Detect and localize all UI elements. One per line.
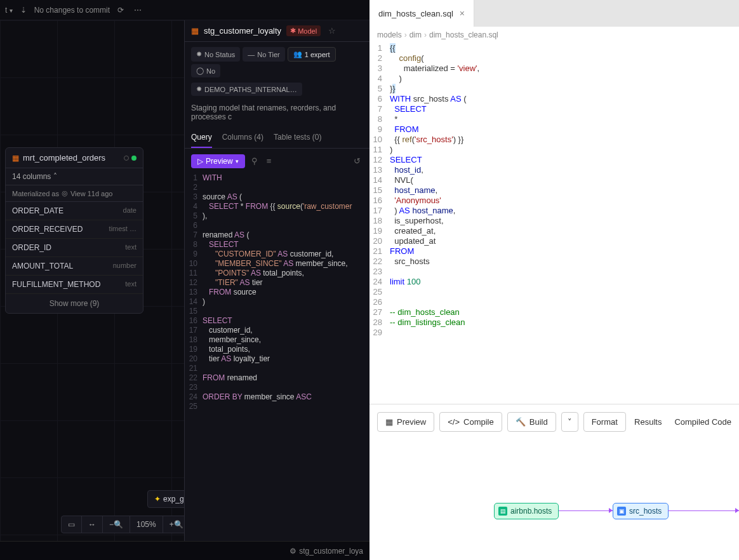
columns-toggle[interactable]: 14 columns ˄ — [6, 168, 143, 185]
materialized-info: Materialized as ◎ View 11d ago — [6, 185, 143, 202]
status-bar: ⚙stg_customer_loya — [0, 541, 370, 560]
breadcrumb-item[interactable]: dim_hosts_clean.sql — [429, 30, 498, 39]
chip-no[interactable]: ◯ No — [191, 64, 220, 77]
table-icon: ▦ — [385, 417, 393, 427]
preview-button[interactable]: ▷ Preview ▾ — [191, 154, 245, 168]
right-pane: dim_hosts_clean.sql × models›dim›dim_hos… — [370, 0, 739, 560]
zoom-controls: ▭ ↔ −🔍 105% +🔍 — [61, 516, 190, 533]
source-icon: ▤ — [498, 507, 507, 516]
chevron-down-icon[interactable]: ▾ — [236, 158, 239, 164]
show-more-button[interactable]: Show more (9) — [6, 294, 143, 313]
star-icon[interactable]: ☆ — [328, 26, 336, 36]
detail-title: stg_customer_loyalty — [204, 26, 281, 36]
compile-button[interactable]: </>Compile — [439, 412, 502, 432]
lineage-node-src-hosts[interactable]: ▣src_hosts — [613, 503, 669, 519]
tab-dim-hosts-clean[interactable]: dim_hosts_clean.sql × — [370, 0, 474, 27]
pull-icon[interactable]: ⇣ — [20, 6, 27, 15]
gear-icon[interactable]: ⚙ — [290, 547, 296, 556]
column-row[interactable]: ORDER_DATEdate — [6, 202, 143, 220]
action-bar: ▦Preview </>Compile 🔨Build ˅ Format Resu… — [370, 404, 739, 439]
format-icon[interactable]: ≡ — [264, 154, 274, 168]
editor-tab-bar: dim_hosts_clean.sql × — [370, 0, 739, 27]
status-dot-outline — [124, 156, 129, 161]
chip-expert[interactable]: 👥 1 expert — [288, 47, 336, 62]
build-dropdown[interactable]: ˅ — [561, 412, 578, 432]
build-button[interactable]: 🔨Build — [507, 412, 556, 432]
lineage-edge — [559, 510, 613, 511]
lineage-edge — [668, 510, 739, 511]
detail-panel: ▦ stg_customer_loyalty ✱Model ☆ ✸ No Sta… — [184, 20, 370, 541]
lineage-panel[interactable]: ▤airbnb.hosts ▣src_hosts — [370, 439, 739, 560]
breadcrumb: models›dim›dim_hosts_clean.sql — [370, 27, 739, 43]
tab-compiled-code[interactable]: Compiled Code — [674, 417, 731, 427]
tab-query[interactable]: Query — [191, 128, 212, 148]
tab-tests[interactable]: Table tests (0) — [274, 128, 321, 148]
code-icon: </> — [448, 417, 460, 427]
preview-button[interactable]: ▦Preview — [377, 412, 434, 432]
history-icon[interactable]: ↺ — [351, 154, 363, 168]
lineage-node-airbnb-hosts[interactable]: ▤airbnb.hosts — [494, 503, 559, 519]
breadcrumb-item[interactable]: models — [377, 30, 402, 39]
model-icon: ▣ — [617, 507, 626, 516]
jinja-icon: ✱ — [290, 27, 296, 35]
close-icon[interactable]: × — [460, 8, 465, 18]
column-row[interactable]: ORDER_IDtext — [6, 239, 143, 257]
breadcrumb-item[interactable]: dim — [409, 30, 422, 39]
zoom-out-icon[interactable]: −🔍 — [103, 516, 130, 533]
column-row[interactable]: FULFILLMENT_METHODtext — [6, 276, 143, 294]
node-name: mrt_completed_orders — [23, 153, 105, 163]
left-pane: t ▾ ⇣ No changes to commit ⟳ ⋯ ▦ mrt_com… — [0, 0, 370, 560]
hammer-icon: 🔨 — [516, 417, 526, 427]
chevron-down-icon: ˅ — [568, 417, 572, 427]
more-icon[interactable]: ⋯ — [134, 6, 143, 15]
column-row[interactable]: AMOUNT_TOTALnumber — [6, 257, 143, 276]
arrow-icon — [735, 508, 739, 513]
model-icon: ▦ — [191, 26, 199, 36]
view-icon: ◎ — [62, 189, 68, 197]
chip-tier[interactable]: — No Tier — [243, 47, 284, 62]
sql-editor-dark[interactable]: 1WITH23source AS (4 SELECT * FROM {{ sou… — [185, 173, 370, 418]
top-bar: t ▾ ⇣ No changes to commit ⟳ ⋯ — [0, 0, 370, 20]
status-dot-green — [131, 156, 136, 161]
chip-path[interactable]: ✸ DEMO_PATHS_INTERNAL… — [191, 83, 302, 96]
chip-status[interactable]: ✸ No Status — [191, 47, 240, 62]
zoom-level: 105% — [130, 516, 163, 533]
chevron-up-icon: ˄ — [53, 172, 57, 181]
fit-icon[interactable]: ▭ — [62, 516, 82, 533]
sql-editor-light[interactable]: 1{{2 config(3 materialized = 'view',4 )5… — [370, 43, 739, 404]
column-row[interactable]: ORDER_RECEIVEDtimest … — [6, 220, 143, 239]
node-card-mrt-completed-orders[interactable]: ▦ mrt_completed_orders 14 columns ˄ Mate… — [5, 147, 143, 314]
model-description: Staging model that renames, reorders, an… — [185, 101, 370, 128]
refresh-icon[interactable]: ⟳ — [117, 6, 124, 15]
tab-columns[interactable]: Columns (4) — [222, 128, 263, 148]
expand-icon[interactable]: ↔ — [82, 516, 103, 533]
column-list: ORDER_DATEdateORDER_RECEIVEDtimest …ORDE… — [6, 202, 143, 294]
model-badge: ✱Model — [286, 25, 321, 36]
model-icon: ▦ — [12, 154, 19, 163]
wand-icon[interactable]: ⚲ — [249, 154, 260, 168]
sparkle-icon: ✦ — [154, 495, 161, 503]
detail-tabs: Query Columns (4) Table tests (0) — [185, 128, 370, 149]
format-button[interactable]: Format — [583, 412, 626, 432]
tab-results[interactable]: Results — [634, 417, 662, 427]
commit-status: No changes to commit — [34, 6, 110, 15]
branch-dropdown[interactable]: t ▾ — [5, 6, 13, 15]
